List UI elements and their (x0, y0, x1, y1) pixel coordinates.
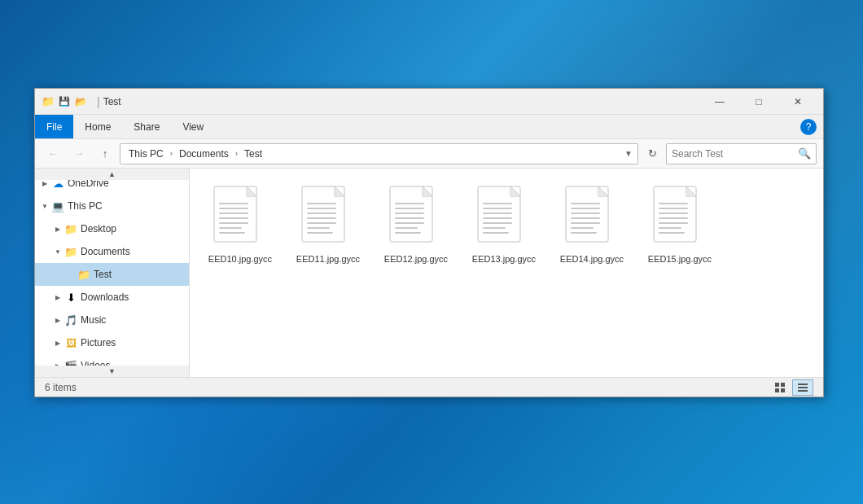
svg-rect-39 (483, 232, 509, 234)
sidebar-item-documents[interactable]: 📁 Documents (35, 240, 189, 263)
test-label: Test (94, 269, 112, 280)
this-pc-expand[interactable] (38, 199, 51, 213)
svg-rect-66 (798, 390, 808, 392)
svg-rect-46 (571, 217, 600, 219)
file-name: EED12.jpg.gycc (384, 253, 448, 265)
close-button[interactable]: ✕ (779, 90, 817, 114)
svg-rect-59 (659, 232, 685, 234)
menu-view[interactable]: View (171, 115, 215, 138)
pictures-label: Pictures (81, 337, 116, 348)
address-dropdown-arrow[interactable]: ▼ (624, 149, 633, 158)
minimize-button[interactable]: — (701, 90, 738, 114)
refresh-button[interactable]: ↻ (642, 143, 663, 164)
sidebar-item-music[interactable]: 🎵 Music (35, 309, 189, 331)
file-item[interactable]: EED12.jpg.gycc (375, 178, 457, 271)
downloads-label: Downloads (81, 291, 129, 303)
svg-rect-18 (307, 227, 330, 229)
title-divider: | (97, 95, 100, 108)
svg-rect-44 (571, 208, 600, 209)
svg-rect-33 (483, 203, 512, 204)
svg-rect-3 (219, 203, 248, 204)
svg-rect-26 (395, 217, 424, 219)
menu-bar: File Home Share View ? (35, 115, 823, 139)
downloads-expand[interactable] (51, 291, 64, 304)
file-item[interactable]: EED14.jpg.gycc (551, 178, 633, 271)
file-item[interactable]: EED15.jpg.gycc (639, 178, 721, 271)
svg-rect-36 (483, 217, 512, 219)
svg-rect-57 (659, 222, 688, 224)
file-item[interactable]: EED10.jpg.gycc (199, 178, 281, 271)
svg-rect-64 (798, 383, 808, 385)
menu-file[interactable]: File (35, 115, 73, 138)
menu-share[interactable]: Share (122, 115, 171, 138)
svg-rect-62 (775, 388, 779, 392)
file-icon (563, 185, 621, 250)
list-view-button[interactable] (792, 379, 813, 396)
address-this-pc[interactable]: This PC (125, 147, 167, 161)
svg-rect-55 (659, 213, 688, 214)
file-icon (211, 185, 269, 250)
forward-button[interactable]: → (68, 142, 90, 165)
search-input[interactable] (672, 148, 798, 160)
music-icon: 🎵 (64, 313, 77, 327)
svg-rect-58 (659, 227, 681, 229)
svg-rect-65 (798, 387, 808, 388)
back-button[interactable]: ← (42, 142, 64, 165)
address-test[interactable]: Test (241, 147, 265, 161)
address-documents[interactable]: Documents (176, 147, 232, 161)
svg-rect-34 (483, 208, 512, 209)
documents-icon: 📁 (64, 245, 77, 258)
nav-bar: ← → ↑ This PC › Documents › Test ▼ ↻ 🔍 (35, 139, 823, 169)
search-box[interactable]: 🔍 (666, 143, 817, 164)
maximize-button[interactable]: □ (740, 90, 778, 114)
svg-rect-35 (483, 213, 512, 214)
sidebar-scroll-up[interactable]: ▲ (35, 169, 189, 180)
svg-rect-63 (781, 388, 785, 392)
computer-icon: 💻 (51, 199, 64, 213)
folder-icon: 📁 (42, 95, 55, 108)
sidebar: ▲ ☁ OneDrive 💻 This PC 📁 Desktop (35, 169, 190, 377)
documents-expand[interactable] (51, 245, 64, 258)
menu-home[interactable]: Home (73, 115, 122, 138)
svg-rect-37 (483, 222, 512, 224)
svg-rect-6 (219, 217, 248, 219)
up-button[interactable]: ↑ (94, 142, 116, 165)
test-folder-icon: 📁 (77, 268, 90, 281)
svg-rect-49 (571, 232, 597, 234)
file-name: EED10.jpg.gycc (208, 253, 272, 265)
sidebar-scroll-down[interactable]: ▼ (35, 366, 189, 377)
pictures-expand[interactable] (51, 336, 64, 349)
sidebar-item-test[interactable]: 📁 Test (35, 263, 189, 286)
sidebar-item-pictures[interactable]: 🖼 Pictures (35, 331, 189, 354)
documents-label: Documents (81, 246, 130, 257)
item-count: 6 items (45, 382, 77, 393)
help-button[interactable]: ? (800, 119, 817, 135)
svg-rect-45 (571, 213, 600, 214)
file-item[interactable]: EED11.jpg.gycc (287, 178, 369, 271)
music-expand[interactable] (51, 313, 64, 327)
file-icon (475, 185, 533, 250)
address-bar[interactable]: This PC › Documents › Test ▼ (120, 143, 638, 164)
file-name: EED15.jpg.gycc (648, 253, 712, 265)
grid-view-button[interactable] (769, 379, 791, 396)
svg-rect-25 (395, 213, 424, 214)
pictures-icon: 🖼 (64, 336, 77, 349)
svg-rect-38 (483, 227, 506, 229)
svg-rect-16 (307, 217, 336, 219)
svg-rect-60 (775, 383, 779, 387)
desktop-expand[interactable] (51, 222, 64, 235)
file-item[interactable]: EED13.jpg.gycc (463, 178, 545, 271)
svg-rect-28 (395, 227, 418, 229)
svg-rect-7 (219, 222, 248, 224)
window-controls: — □ ✕ (701, 90, 817, 114)
sidebar-item-downloads[interactable]: ⬇ Downloads (35, 286, 189, 309)
sidebar-item-desktop[interactable]: 📁 Desktop (35, 217, 189, 240)
address-arrow-1: › (170, 149, 173, 158)
svg-rect-13 (307, 203, 336, 204)
file-icon (299, 185, 357, 250)
svg-rect-56 (659, 217, 688, 219)
explorer-window: 📁 💾 📂 | Test — □ ✕ File Home Share View … (34, 88, 824, 397)
search-icon[interactable]: 🔍 (798, 147, 811, 160)
files-grid: EED10.jpg.gycc EED11.jpg.gycc EED12.jpg. (199, 178, 813, 271)
sidebar-item-this-pc[interactable]: 💻 This PC (35, 195, 189, 217)
